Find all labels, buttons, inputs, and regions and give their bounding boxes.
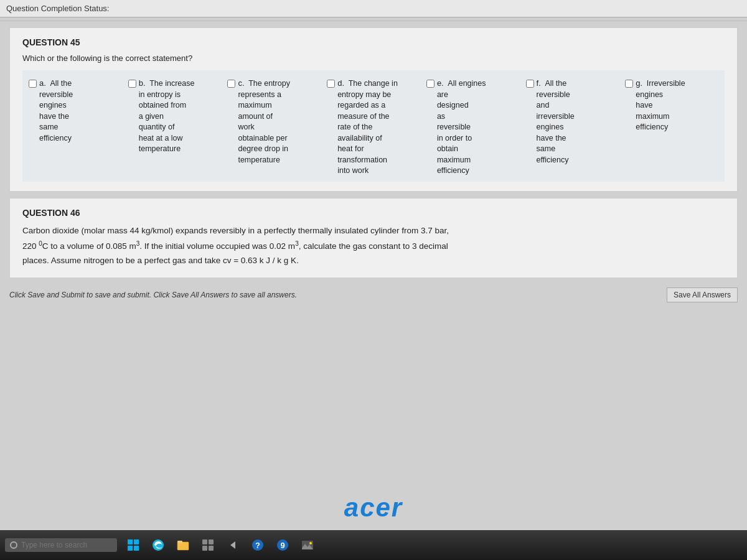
notification-icon[interactable]: 9 [273, 536, 292, 554]
app-grid-icon[interactable] [199, 536, 217, 554]
option-a-letter: a. [39, 78, 46, 88]
top-bar-label: Question Completion Status: [6, 4, 109, 13]
search-icon [10, 541, 17, 549]
taskbar: ? 9 [0, 530, 747, 560]
option-c-letter: c. [238, 78, 244, 88]
svg-rect-1 [134, 539, 139, 544]
search-input[interactable] [21, 541, 108, 549]
question-45-section: QUESTION 45 Which or the following is th… [9, 27, 738, 192]
svg-rect-0 [128, 539, 133, 544]
option-f-checkbox[interactable] [526, 80, 534, 88]
question-46-line1: Carbon dioxide (molar mass 44 kg/kmol) e… [22, 226, 449, 235]
option-b-text: The increasein entropy isobtained froma … [139, 79, 195, 153]
option-d-letter: d. [337, 78, 344, 88]
taskbar-search-box[interactable] [5, 538, 117, 552]
option-e-checkbox[interactable] [426, 80, 435, 88]
svg-text:9: 9 [280, 541, 284, 550]
bottom-bar-text: Click Save and Submit to save and submit… [9, 291, 297, 299]
file-explorer-icon[interactable] [174, 536, 192, 554]
svg-rect-3 [134, 546, 139, 551]
svg-rect-8 [202, 539, 207, 544]
option-e-letter: e. [437, 78, 444, 88]
question-46-label: QUESTION 46 [22, 208, 725, 218]
option-c: c. The entropyrepresents amaximumamount … [224, 78, 324, 166]
option-b: b. The increasein entropy isobtained fro… [125, 78, 225, 155]
acer-brand-text: acer [344, 493, 403, 522]
exp1: 3 [136, 240, 140, 246]
option-f: f. All thereversibleandirreversibleengin… [523, 78, 622, 166]
option-c-checkbox[interactable] [227, 80, 235, 88]
option-d-checkbox[interactable] [327, 80, 335, 88]
top-bar: Question Completion Status: [0, 0, 747, 17]
option-d: d. The change inentropy may beregarded a… [324, 78, 423, 177]
question-46-line2: 220 0C to a volume of 0.085 m3. If the i… [22, 241, 448, 251]
svg-point-4 [153, 539, 164, 551]
help-icon[interactable]: ? [248, 536, 267, 554]
option-f-text: All thereversibleandirreversibleenginesh… [537, 79, 575, 164]
question-46-section: QUESTION 46 Carbon dioxide (molar mass 4… [9, 198, 738, 278]
save-all-button[interactable]: Save All Answers [667, 287, 738, 302]
degree-symbol: 0 [39, 240, 42, 246]
option-c-text: The entropyrepresents amaximumamount ofw… [238, 79, 289, 164]
svg-rect-11 [209, 546, 214, 551]
option-b-checkbox[interactable] [128, 80, 136, 88]
windows-icon[interactable] [124, 536, 143, 554]
question-45-label: QUESTION 45 [22, 37, 725, 47]
photo-icon[interactable] [298, 536, 317, 554]
options-area: a. All thereversibleengineshave thesamee… [22, 70, 725, 182]
option-a: a. All thereversibleengineshave thesamee… [26, 78, 125, 144]
option-a-checkbox[interactable] [29, 80, 37, 88]
svg-rect-2 [128, 546, 133, 551]
svg-marker-12 [230, 541, 235, 549]
option-g-letter: g. [636, 78, 642, 88]
question-46-line3: places. Assume nitrogen to be a perfect … [22, 256, 299, 265]
option-g-text: Irreversibleengineshavemaximumefficiency [636, 79, 685, 131]
option-d-text: The change inentropy may beregarded as a… [337, 79, 398, 175]
option-f-letter: f. [537, 78, 541, 88]
option-a-text: All thereversibleengineshave thesameeffi… [39, 79, 73, 142]
options-row: a. All thereversibleengineshave thesamee… [26, 78, 721, 177]
question-45-text: Which or the following is the correct st… [22, 54, 725, 63]
option-g: g. Irreversibleengineshavemaximumefficie… [622, 78, 721, 133]
taskbar-icons-group: ? 9 [124, 536, 317, 554]
acer-logo: acer [344, 493, 403, 523]
svg-rect-10 [202, 546, 207, 551]
svg-point-19 [309, 542, 312, 544]
svg-rect-9 [209, 539, 214, 544]
bottom-bar: Click Save and Submit to save and submit… [9, 284, 738, 306]
option-e-text: All enginesaredesignedasreversiblein ord… [437, 79, 486, 175]
option-g-checkbox[interactable] [625, 80, 633, 88]
back-arrow-icon[interactable] [223, 536, 242, 554]
question-46-body: Carbon dioxide (molar mass 44 kg/kmol) e… [22, 224, 725, 268]
exp2: 3 [295, 240, 299, 246]
edge-icon[interactable] [149, 536, 167, 554]
option-b-letter: b. [139, 78, 146, 88]
svg-text:?: ? [255, 541, 260, 550]
option-e: e. All enginesaredesignedasreversiblein … [423, 78, 523, 177]
